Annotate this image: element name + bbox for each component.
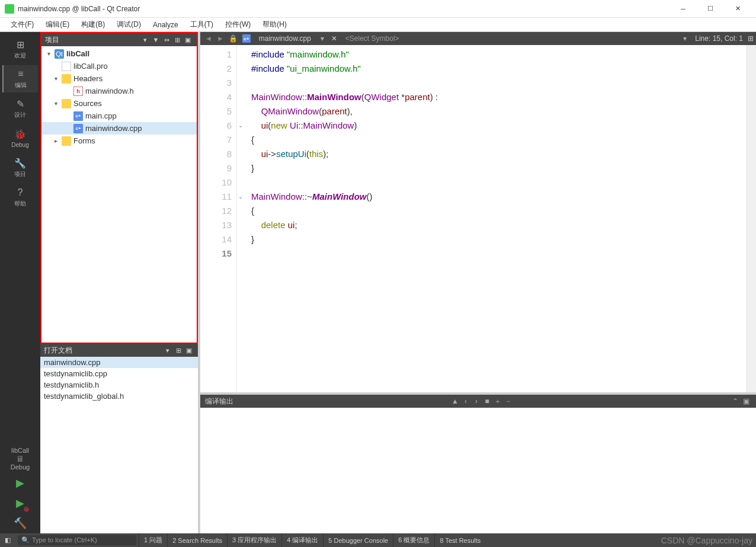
menu-7[interactable]: 帮助(H) xyxy=(257,20,293,30)
next-icon[interactable]: › xyxy=(471,397,482,405)
code-content[interactable]: #include "mainwindow.h"#include "ui_main… xyxy=(246,45,747,392)
open-doc-2[interactable]: testdynamiclib.h xyxy=(40,379,198,391)
tree-item-mainwindow.cpp[interactable]: c+mainwindow.cpp xyxy=(41,122,197,135)
watermark: CSDN @Cappuccino-jay xyxy=(661,536,756,545)
split-icon[interactable]: ⊞ xyxy=(172,36,182,44)
kit-name: libCall xyxy=(0,447,40,454)
dropdown-icon[interactable]: ▾ xyxy=(140,36,150,44)
maximize-button[interactable]: ☐ xyxy=(697,0,724,18)
qt-logo-icon xyxy=(5,4,14,14)
code-editor[interactable]: 123456789101112131415 ⌄⌄ #include "mainw… xyxy=(200,45,756,392)
menu-3[interactable]: 调试(D) xyxy=(111,20,147,30)
menu-4[interactable]: Analyze xyxy=(147,21,184,29)
close-button[interactable]: ✕ xyxy=(724,0,751,18)
project-tree[interactable]: ▾QtlibCalllibCall.pro▾Headershmainwindow… xyxy=(41,46,197,343)
filter-icon[interactable]: ▲ xyxy=(450,397,460,405)
status-tab-4[interactable]: 5 Debugger Console xyxy=(323,533,393,547)
tree-item-libCall[interactable]: ▾QtlibCall xyxy=(41,47,197,60)
fold-marker-icon[interactable]: ⌄ xyxy=(238,122,243,129)
status-tab-0[interactable]: 1 问题 xyxy=(139,533,167,547)
remove-icon[interactable]: － xyxy=(503,396,514,407)
expand-arrow-icon[interactable]: ▾ xyxy=(52,75,59,82)
rail-设计[interactable]: ✎设计 xyxy=(2,95,38,122)
menu-0[interactable]: 文件(F) xyxy=(5,20,40,30)
output-pane: 编译输出 ▲ ‹ › ■ ＋ － ⌃ ▣ xyxy=(200,395,756,533)
rail-编辑[interactable]: ≡编辑 xyxy=(2,65,38,92)
status-tab-2[interactable]: 3 应用程序输出 xyxy=(227,533,281,547)
close-panel-icon[interactable]: ▣ xyxy=(182,36,193,44)
editor-filename[interactable]: mainwindow.cpp xyxy=(253,34,317,43)
tree-item-mainwindow.h[interactable]: hmainwindow.h xyxy=(41,85,197,97)
project-panel-title: 项目 xyxy=(45,35,140,45)
status-tab-3[interactable]: 4 编译输出 xyxy=(281,533,323,547)
output-content[interactable] xyxy=(200,408,756,533)
filter-icon[interactable]: ▼ xyxy=(150,36,161,43)
rail-icon: ≡ xyxy=(15,68,27,80)
nav-fwd-icon[interactable]: ► xyxy=(214,34,226,43)
expand-arrow-icon[interactable]: ▸ xyxy=(52,137,59,144)
fold-marker-icon[interactable]: ⌄ xyxy=(238,193,243,200)
close-file-icon[interactable]: ✕ xyxy=(328,34,341,43)
lock-icon[interactable]: 🔒 xyxy=(226,34,240,43)
tree-item-Headers[interactable]: ▾Headers xyxy=(41,72,197,85)
kit-selector[interactable]: libCall 🖥 Debug xyxy=(0,444,40,473)
prev-icon[interactable]: ‹ xyxy=(460,397,471,405)
titlebar: mainwindow.cpp @ libCall - Qt Creator ─ … xyxy=(0,0,756,18)
menu-2[interactable]: 构建(B) xyxy=(75,20,111,30)
expand-arrow-icon[interactable]: ▾ xyxy=(45,50,52,57)
symbol-dropdown-icon[interactable]: ▾ xyxy=(680,34,690,43)
mode-rail: ⊞欢迎≡编辑✎设计🐞Debug🔧项目?帮助 libCall 🖥 Debug ▶ … xyxy=(0,32,40,533)
expand-icon[interactable]: ⌃ xyxy=(730,397,741,405)
tree-item-Sources[interactable]: ▾Sources xyxy=(41,97,197,110)
menu-1[interactable]: 编辑(E) xyxy=(40,20,75,30)
split-icon[interactable]: ⊞ xyxy=(173,347,184,354)
close-panel-icon[interactable]: ▣ xyxy=(184,347,194,354)
minimize-button[interactable]: ─ xyxy=(669,0,697,18)
nav-back-icon[interactable]: ◄ xyxy=(203,34,214,43)
tree-item-libCall.pro[interactable]: libCall.pro xyxy=(41,60,197,72)
open-doc-0[interactable]: mainwindow.cpp xyxy=(40,357,198,368)
run-button[interactable]: ▶ xyxy=(0,473,40,493)
output-title: 编译输出 xyxy=(205,396,450,407)
split-editor-icon[interactable]: ⊞ xyxy=(748,34,754,43)
window-title: mainwindow.cpp @ libCall - Qt Creator xyxy=(18,5,669,13)
symbol-selector[interactable]: <Select Symbol> xyxy=(341,34,404,43)
open-doc-1[interactable]: testdynamiclib.cpp xyxy=(40,368,198,379)
rail-欢迎[interactable]: ⊞欢迎 xyxy=(2,36,38,63)
editor-tabbar: ◄ ► 🔒 c+ mainwindow.cpp ▾ ✕ <Select Symb… xyxy=(200,32,756,45)
file-dropdown-icon[interactable]: ▾ xyxy=(317,34,328,43)
menu-5[interactable]: 工具(T) xyxy=(184,20,219,30)
project-panel-header: 项目 ▾ ▼ ⇔ ⊞ ▣ xyxy=(41,33,197,46)
rail-项目[interactable]: 🔧项目 xyxy=(2,154,38,181)
menu-6[interactable]: 控件(W) xyxy=(219,20,257,30)
rail-icon: ? xyxy=(14,187,26,199)
tree-item-Forms[interactable]: ▸Forms xyxy=(41,135,197,147)
rail-Debug[interactable]: 🐞Debug xyxy=(2,124,38,152)
build-button[interactable]: 🔨 xyxy=(0,513,40,533)
locator-input[interactable]: 🔍Type to locate (Ctrl+K) xyxy=(18,535,136,545)
menubar: 文件(F)编辑(E)构建(B)调试(D)Analyze工具(T)控件(W)帮助(… xyxy=(0,18,756,32)
rail-icon: ⊞ xyxy=(14,39,26,50)
cursor-position: Line: 15, Col: 1 xyxy=(690,34,748,43)
toggle-sidebar-icon[interactable]: ◧ xyxy=(0,533,15,547)
add-icon[interactable]: ＋ xyxy=(492,396,503,407)
locator-placeholder: Type to locate (Ctrl+K) xyxy=(32,536,97,543)
run-debug-button[interactable]: ▶🐞 xyxy=(0,493,40,513)
open-docs-title: 打开文档 xyxy=(44,346,162,356)
open-doc-3[interactable]: testdynamiclib_global.h xyxy=(40,391,198,402)
status-tab-5[interactable]: 6 概要信息 xyxy=(393,533,434,547)
rail-帮助[interactable]: ?帮助 xyxy=(2,184,38,211)
dropdown-icon[interactable]: ▾ xyxy=(162,347,173,354)
tree-item-main.cpp[interactable]: c+main.cpp xyxy=(41,110,197,122)
stop-icon[interactable]: ■ xyxy=(482,397,492,405)
close-output-icon[interactable]: ▣ xyxy=(741,397,751,405)
vertical-scrollbar[interactable] xyxy=(747,45,756,392)
line-gutter[interactable]: 123456789101112131415 xyxy=(200,45,237,392)
link-icon[interactable]: ⇔ xyxy=(161,36,172,44)
expand-arrow-icon[interactable]: ▾ xyxy=(52,100,59,107)
fold-column[interactable]: ⌄⌄ xyxy=(237,45,246,392)
status-tab-1[interactable]: 2 Search Results xyxy=(167,533,227,547)
status-tab-6[interactable]: 8 Test Results xyxy=(434,533,485,547)
open-docs-list[interactable]: mainwindow.cpptestdynamiclib.cpptestdyna… xyxy=(40,357,198,533)
kit-mode: Debug xyxy=(0,463,40,471)
